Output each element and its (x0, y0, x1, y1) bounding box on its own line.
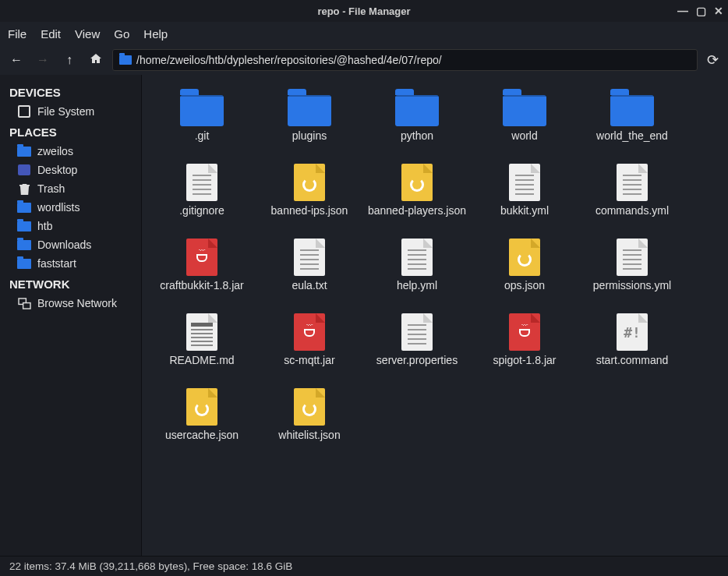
plain-file-icon (294, 239, 325, 276)
folder-icon (17, 201, 31, 214)
sidebar-item-label: Trash (37, 182, 65, 195)
up-button[interactable]: ↑ (59, 53, 80, 67)
sidebar-item[interactable]: File System (0, 102, 141, 121)
trash-icon (17, 182, 31, 195)
file-item[interactable]: 〰sc-mqtt.jar (256, 310, 363, 385)
file-label: ops.json (504, 279, 545, 293)
address-bar[interactable] (112, 49, 698, 71)
file-label: bukkit.yml (500, 204, 549, 218)
status-bar: 22 items: 37.4 MiB (39,211,668 bytes), F… (0, 556, 728, 576)
file-item[interactable]: usercache.json (148, 385, 256, 460)
file-label: usercache.json (165, 429, 239, 443)
file-label: sc-mqtt.jar (284, 354, 334, 368)
file-item[interactable]: README.md (148, 310, 256, 385)
desktop-icon (17, 164, 31, 176)
plain-file-icon (186, 164, 217, 201)
folder-icon (17, 145, 31, 157)
file-item[interactable]: banned-ips.json (256, 161, 363, 235)
menu-view[interactable]: View (75, 27, 100, 41)
file-label: whitelist.json (278, 429, 340, 443)
file-item[interactable]: server.properties (363, 310, 471, 385)
folder-icon (119, 55, 132, 65)
file-item[interactable]: 〰spigot-1.8.jar (471, 310, 578, 385)
folder-icon (610, 95, 654, 126)
sidebar-item-label: zweilos (37, 145, 73, 157)
file-label: permissions.yml (593, 279, 671, 293)
plain-file-icon (401, 239, 433, 276)
file-item[interactable]: ops.json (471, 235, 578, 310)
toolbar: ← → ↑ ⟳ (0, 45, 728, 75)
md-file-icon (186, 313, 217, 351)
title-bar: repo - File Manager — ▢ ✕ (0, 0, 728, 22)
menu-go[interactable]: Go (114, 27, 129, 41)
network-icon (17, 297, 31, 309)
file-item[interactable]: whitelist.json (256, 385, 363, 460)
sidebar-item-label: Downloads (37, 239, 91, 251)
file-item[interactable]: world (471, 86, 578, 161)
folder-icon (17, 220, 31, 232)
plain-file-icon (509, 164, 540, 201)
maximize-button[interactable]: ▢ (696, 5, 706, 17)
sidebar-section-title: NETWORK (0, 273, 141, 294)
jar-file-icon: 〰 (294, 313, 325, 351)
path-input[interactable] (136, 54, 691, 66)
file-label: .git (195, 129, 210, 143)
sidebar-item[interactable]: zweilos (0, 142, 141, 161)
disk-icon (17, 105, 31, 118)
file-label: banned-ips.json (271, 204, 348, 218)
close-button[interactable]: ✕ (714, 5, 723, 17)
file-view[interactable]: .gitpluginspythonworldworld_the_end.giti… (142, 75, 728, 556)
json-file-icon (509, 239, 540, 276)
folder-icon (395, 95, 439, 126)
status-text: 22 items: 37.4 MiB (39,211,668 bytes), F… (9, 560, 292, 572)
shell-file-icon: #! (617, 313, 648, 351)
sidebar-item[interactable]: Downloads (0, 235, 141, 254)
file-label: README.md (169, 354, 234, 368)
file-item[interactable]: .gitignore (148, 161, 256, 235)
sidebar-item[interactable]: htb (0, 217, 141, 235)
file-item[interactable]: permissions.yml (578, 235, 686, 310)
file-label: spigot-1.8.jar (493, 354, 557, 368)
file-item[interactable]: help.yml (363, 235, 471, 310)
json-file-icon (294, 164, 325, 201)
menu-file[interactable]: File (8, 27, 27, 41)
minimize-button[interactable]: — (677, 5, 688, 17)
file-label: eula.txt (292, 279, 327, 293)
folder-icon (180, 95, 224, 126)
file-label: plugins (292, 129, 327, 143)
file-label: server.properties (376, 354, 458, 368)
file-item[interactable]: .git (148, 86, 256, 161)
sidebar-section-title: DEVICES (0, 81, 141, 102)
file-item[interactable]: python (363, 86, 471, 161)
sidebar: DEVICESFile SystemPLACESzweilosDesktopTr… (0, 75, 142, 556)
sidebar-item[interactable]: faststart (0, 254, 141, 273)
sidebar-item-label: Browse Network (37, 297, 117, 309)
forward-button[interactable]: → (33, 53, 53, 67)
window-title: repo - File Manager (0, 5, 728, 17)
file-item[interactable]: #!start.command (578, 310, 686, 385)
sidebar-item[interactable]: wordlists (0, 198, 141, 217)
file-item[interactable]: plugins (256, 86, 363, 161)
refresh-button[interactable]: ⟳ (704, 51, 722, 69)
home-icon (90, 52, 102, 65)
sidebar-item[interactable]: Trash (0, 179, 141, 198)
file-item[interactable]: world_the_end (578, 86, 686, 161)
sidebar-item[interactable]: Browse Network (0, 294, 141, 313)
sidebar-section-title: PLACES (0, 121, 141, 142)
file-item[interactable]: 〰craftbukkit-1.8.jar (148, 235, 256, 310)
back-button[interactable]: ← (6, 53, 27, 67)
folder-icon (17, 257, 31, 270)
menu-edit[interactable]: Edit (41, 27, 61, 41)
window-controls: — ▢ ✕ (677, 5, 723, 17)
home-button[interactable] (86, 52, 106, 68)
file-item[interactable]: banned-players.json (363, 161, 471, 235)
file-item[interactable]: commands.yml (578, 161, 686, 235)
jar-file-icon: 〰 (186, 239, 217, 276)
file-item[interactable]: bukkit.yml (471, 161, 578, 235)
sidebar-item[interactable]: Desktop (0, 161, 141, 179)
file-label: python (401, 129, 433, 143)
menu-help[interactable]: Help (143, 27, 168, 41)
sidebar-item-label: wordlists (37, 201, 80, 214)
sidebar-item-label: File System (37, 105, 94, 118)
file-item[interactable]: eula.txt (256, 235, 363, 310)
